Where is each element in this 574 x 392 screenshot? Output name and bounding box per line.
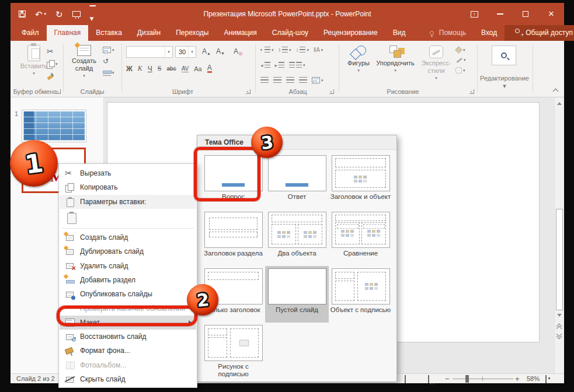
- increase-font-size-button[interactable]: A▲: [202, 47, 211, 55]
- redo-button[interactable]: ↻: [55, 10, 63, 19]
- align-center-button[interactable]: [273, 77, 281, 83]
- shapes-button[interactable]: Фигуры ▾: [345, 46, 373, 73]
- slide-1-thumbnail[interactable]: [22, 110, 86, 142]
- font-format-button[interactable]: К: [138, 64, 142, 73]
- scroll-down-button[interactable]: [555, 311, 563, 319]
- context-menu-item[interactable]: × ↺ Формат фона...: [60, 344, 196, 358]
- paragraph-dialog-launcher[interactable]: [329, 89, 334, 94]
- font-format-button[interactable]: Ч: [148, 65, 152, 73]
- context-menu-item[interactable]: × ↺ Удалить слайд: [60, 258, 196, 272]
- ribbon-tab[interactable]: Помощь: [422, 25, 474, 41]
- layout-option[interactable]: Рисунок с подписью: [201, 323, 265, 379]
- zoom-out-button[interactable]: −: [445, 374, 450, 383]
- format-painter-button[interactable]: [47, 72, 58, 79]
- fit-to-window-button[interactable]: [545, 376, 547, 383]
- customize-qat-button[interactable]: ▔▾: [90, 5, 96, 23]
- context-menu-item[interactable]: × ↺ Дублировать слайд: [60, 244, 196, 258]
- columns-button[interactable]: ▾: [289, 62, 305, 68]
- font-dialog-launcher[interactable]: [246, 89, 251, 94]
- ribbon-tab[interactable]: Переходы: [168, 25, 216, 41]
- shape-outline-button[interactable]: ▾: [455, 57, 466, 64]
- zoom-level[interactable]: 58%: [527, 375, 540, 382]
- paste-button[interactable]: Вставить ▾: [18, 45, 50, 76]
- clipboard-dialog-launcher[interactable]: [56, 89, 61, 94]
- numbering-button[interactable]: 1▾: [279, 47, 291, 53]
- context-menu-item[interactable]: × ↺ Скрыть слайд: [60, 372, 196, 386]
- layout-option[interactable]: Объект с подписью: [329, 266, 392, 323]
- line-spacing-button[interactable]: ↕▾: [295, 47, 309, 53]
- shape-effects-button[interactable]: ▾: [455, 67, 466, 74]
- context-menu-item[interactable]: × ↺ Восстановить слайд: [60, 330, 196, 344]
- undo-button[interactable]: ↶▾: [35, 10, 46, 19]
- collapse-ribbon-button[interactable]: [554, 88, 558, 92]
- context-menu-item[interactable]: × ↺ Создать слайд: [60, 230, 196, 244]
- ribbon-display-options-button[interactable]: ↑: [461, 3, 487, 25]
- copy-button[interactable]: ▾: [47, 60, 58, 68]
- context-menu-item[interactable]: × ↺ Опубликовать слайды: [60, 287, 196, 301]
- layout-option[interactable]: Ответ: [265, 153, 329, 209]
- context-menu-item[interactable]: × ↺ Параметры вставки:: [60, 195, 196, 209]
- justify-button[interactable]: [299, 77, 307, 83]
- slideshow-view-button[interactable]: [428, 376, 429, 383]
- maximize-button[interactable]: [513, 3, 538, 25]
- vertical-scrollbar[interactable]: [554, 97, 564, 373]
- scroll-up-button[interactable]: [555, 99, 563, 107]
- find-button[interactable]: [492, 46, 516, 65]
- next-slide-button[interactable]: [556, 332, 563, 339]
- ribbon-tab[interactable]: Рецензирование: [316, 25, 385, 41]
- font-size-dropdown-icon[interactable]: ▾: [188, 47, 196, 57]
- minimize-button[interactable]: [487, 3, 513, 25]
- font-format-button[interactable]: S: [158, 64, 162, 73]
- context-menu-item[interactable]: × ↺ Фотоальбом...: [60, 358, 196, 372]
- layout-option[interactable]: Пустой слайд: [265, 266, 329, 323]
- context-menu-item[interactable]: × ↺ Вырезать: [60, 166, 196, 180]
- reset-slide-button[interactable]: ↺: [103, 57, 114, 65]
- context-menu-item[interactable]: × ↺ Копировать: [60, 180, 196, 194]
- font-name-dropdown-icon[interactable]: ▾: [165, 47, 172, 57]
- close-button[interactable]: ×: [538, 3, 564, 25]
- smartart-convert-button[interactable]: ▾: [312, 77, 323, 83]
- font-format-button[interactable]: Aa: [194, 65, 201, 72]
- context-menu-item[interactable]: × ↺ Добавить раздел: [60, 273, 196, 287]
- layout-option[interactable]: Заголовок раздела: [201, 209, 265, 266]
- decrease-indent-button[interactable]: ◂: [260, 62, 270, 68]
- font-format-button[interactable]: abc: [167, 65, 176, 72]
- drawing-dialog-launcher[interactable]: [469, 89, 474, 94]
- font-format-button[interactable]: AV: [182, 65, 189, 72]
- decrease-font-size-button[interactable]: A▼: [216, 47, 225, 55]
- ribbon-tab[interactable]: Главная: [47, 25, 89, 41]
- reading-view-button[interactable]: [405, 376, 406, 383]
- slide-layout-button[interactable]: ▾: [103, 47, 114, 53]
- shape-fill-button[interactable]: ▾: [455, 47, 466, 53]
- layout-option[interactable]: Заголовок и объект: [329, 153, 392, 209]
- editing-dropdown-icon[interactable]: ▾: [503, 82, 506, 90]
- layout-option[interactable]: Два объекта: [265, 209, 329, 266]
- font-name-combobox[interactable]: ▾: [126, 46, 173, 58]
- previous-slide-button[interactable]: [556, 323, 563, 330]
- scrollbar-thumb[interactable]: [556, 209, 563, 310]
- ribbon-tab[interactable]: Вставка: [88, 25, 130, 41]
- increase-indent-button[interactable]: ▸: [275, 62, 285, 68]
- layout-option[interactable]: Сравнение: [329, 209, 392, 266]
- zoom-slider-thumb[interactable]: [465, 375, 469, 383]
- font-format-button[interactable]: Ж: [126, 65, 133, 73]
- align-left-button[interactable]: [260, 77, 269, 83]
- arrange-button[interactable]: Упорядочить ▾: [374, 46, 417, 73]
- ribbon-tab[interactable]: Вид: [385, 25, 413, 41]
- align-right-button[interactable]: [286, 77, 294, 83]
- ribbon-tab[interactable]: Слайд-шоу: [265, 25, 316, 41]
- ribbon-tab[interactable]: Файл: [14, 25, 47, 41]
- section-button[interactable]: ▾: [103, 69, 114, 76]
- start-slideshow-button[interactable]: [72, 11, 81, 17]
- context-menu-item[interactable]: × ↺: [60, 209, 196, 226]
- cut-button[interactable]: [47, 47, 58, 56]
- font-format-button[interactable]: А: [207, 65, 212, 73]
- save-button[interactable]: [19, 10, 26, 18]
- text-direction-button[interactable]: ‖A▾: [314, 47, 323, 53]
- ribbon-tab[interactable]: Дизайн: [130, 25, 168, 41]
- ribbon-tab[interactable]: Общий доступ: [505, 25, 574, 41]
- bullets-button[interactable]: ▾: [260, 47, 274, 53]
- zoom-in-button[interactable]: +: [515, 374, 520, 383]
- zoom-slider-track[interactable]: [453, 379, 513, 379]
- ribbon-tab[interactable]: Вход: [474, 25, 505, 41]
